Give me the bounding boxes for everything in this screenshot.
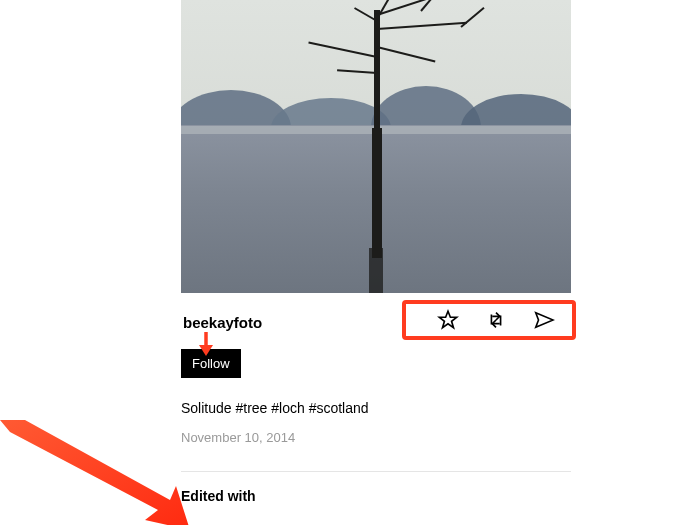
send-icon (533, 309, 555, 335)
annotation-arrow-edited (0, 420, 190, 525)
send-button[interactable] (533, 311, 555, 333)
svg-marker-0 (439, 311, 456, 328)
section-divider (181, 471, 571, 472)
caption-hashtags[interactable]: #tree #loch #scotland (235, 400, 368, 416)
post-date: November 10, 2014 (181, 430, 571, 445)
post-photo[interactable] (181, 0, 571, 293)
follow-button[interactable]: Follow (181, 349, 241, 378)
post-caption: Solitude #tree #loch #scotland (181, 400, 571, 416)
star-icon (437, 309, 459, 335)
caption-text: Solitude (181, 400, 235, 416)
username[interactable]: beekayfoto (183, 314, 262, 331)
favorite-button[interactable] (437, 311, 459, 333)
post-actions (425, 307, 567, 337)
svg-marker-1 (536, 313, 553, 328)
svg-marker-4 (0, 420, 190, 525)
repost-button[interactable] (485, 311, 507, 333)
repost-icon (485, 309, 507, 335)
edited-with-label: Edited with (181, 488, 571, 504)
